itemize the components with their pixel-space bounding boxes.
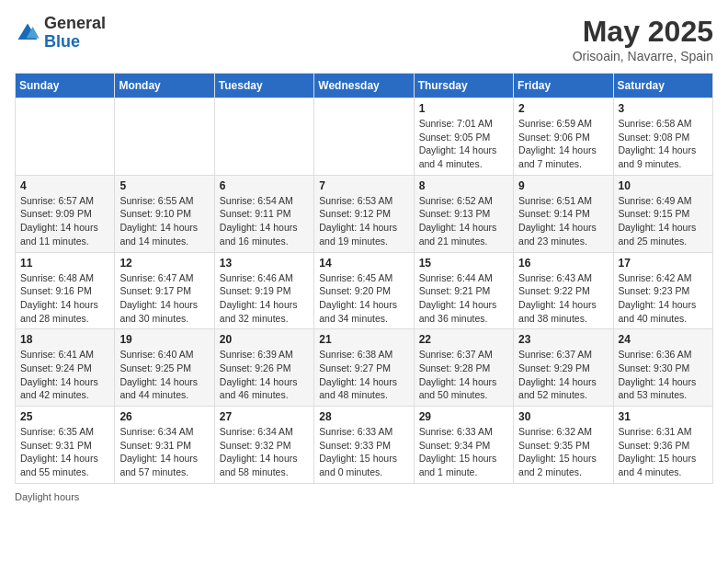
day-info: Sunrise: 6:40 AMSunset: 9:25 PMDaylight:… (119, 348, 209, 402)
day-number: 22 (419, 333, 508, 346)
day-number: 31 (619, 410, 708, 423)
day-number: 8 (419, 179, 508, 192)
month-title: May 2025 (573, 15, 713, 49)
day-header-saturday: Saturday (613, 74, 712, 98)
day-number: 20 (220, 333, 309, 346)
page-header: General Blue May 2025 Orisoain, Navarre,… (15, 15, 713, 63)
day-info: Sunrise: 6:31 AMSunset: 9:36 PMDaylight:… (619, 425, 708, 479)
day-number: 5 (119, 179, 209, 192)
calendar-cell: 6Sunrise: 6:54 AMSunset: 9:11 PMDaylight… (214, 175, 313, 252)
day-number: 16 (518, 257, 608, 270)
calendar-cell: 27Sunrise: 6:34 AMSunset: 9:32 PMDayligh… (214, 407, 313, 484)
calendar-cell: 31Sunrise: 6:31 AMSunset: 9:36 PMDayligh… (613, 407, 712, 484)
day-info: Sunrise: 6:46 AMSunset: 9:19 PMDaylight:… (220, 271, 309, 326)
day-info: Sunrise: 6:34 AMSunset: 9:31 PMDaylight:… (119, 425, 209, 479)
calendar-cell: 18Sunrise: 6:41 AMSunset: 9:24 PMDayligh… (16, 329, 115, 407)
day-info: Sunrise: 6:49 AMSunset: 9:15 PMDaylight:… (619, 194, 708, 248)
calendar-cell: 21Sunrise: 6:38 AMSunset: 9:27 PMDayligh… (314, 329, 414, 407)
calendar-cell: 7Sunrise: 6:53 AMSunset: 9:12 PMDaylight… (314, 175, 414, 252)
day-header-wednesday: Wednesday (314, 74, 414, 98)
day-info: Sunrise: 6:32 AMSunset: 9:35 PMDaylight:… (518, 425, 608, 479)
calendar-cell: 13Sunrise: 6:46 AMSunset: 9:19 PMDayligh… (214, 252, 313, 329)
day-number: 6 (220, 179, 309, 192)
week-row-0: 1Sunrise: 7:01 AMSunset: 9:05 PMDaylight… (16, 98, 713, 176)
calendar-cell: 29Sunrise: 6:33 AMSunset: 9:34 PMDayligh… (414, 407, 513, 484)
logo-icon (15, 20, 40, 46)
day-number: 10 (619, 179, 708, 192)
day-info: Sunrise: 6:51 AMSunset: 9:14 PMDaylight:… (518, 194, 608, 248)
calendar-cell (115, 98, 214, 176)
day-info: Sunrise: 6:33 AMSunset: 9:34 PMDaylight:… (419, 425, 508, 479)
day-number: 9 (518, 179, 608, 192)
calendar-cell: 3Sunrise: 6:58 AMSunset: 9:08 PMDaylight… (613, 98, 712, 176)
day-number: 15 (419, 257, 508, 270)
day-number: 30 (518, 410, 608, 423)
day-number: 7 (319, 179, 408, 192)
day-info: Sunrise: 6:44 AMSunset: 9:21 PMDaylight:… (419, 271, 508, 326)
day-info: Sunrise: 6:43 AMSunset: 9:22 PMDaylight:… (518, 271, 608, 326)
day-info: Sunrise: 6:59 AMSunset: 9:06 PMDaylight:… (518, 117, 608, 171)
day-info: Sunrise: 6:58 AMSunset: 9:08 PMDaylight:… (619, 117, 708, 171)
day-number: 12 (119, 257, 209, 270)
calendar-cell: 1Sunrise: 7:01 AMSunset: 9:05 PMDaylight… (414, 98, 513, 176)
day-info: Sunrise: 6:41 AMSunset: 9:24 PMDaylight:… (20, 348, 109, 402)
day-info: Sunrise: 6:54 AMSunset: 9:11 PMDaylight:… (220, 194, 309, 248)
calendar-cell: 19Sunrise: 6:40 AMSunset: 9:25 PMDayligh… (115, 329, 214, 407)
calendar-cell: 25Sunrise: 6:35 AMSunset: 9:31 PMDayligh… (16, 407, 115, 484)
day-number: 21 (319, 333, 408, 346)
calendar-cell: 2Sunrise: 6:59 AMSunset: 9:06 PMDaylight… (514, 98, 613, 176)
day-info: Sunrise: 6:35 AMSunset: 9:31 PMDaylight:… (20, 425, 109, 479)
logo-blue-text: Blue (44, 32, 80, 51)
calendar-cell: 30Sunrise: 6:32 AMSunset: 9:35 PMDayligh… (514, 407, 613, 484)
calendar-table: SundayMondayTuesdayWednesdayThursdayFrid… (15, 73, 713, 484)
calendar-cell: 23Sunrise: 6:37 AMSunset: 9:29 PMDayligh… (514, 329, 613, 407)
day-info: Sunrise: 6:39 AMSunset: 9:26 PMDaylight:… (220, 348, 309, 402)
logo-general-text: General (44, 14, 106, 32)
day-number: 27 (220, 410, 309, 423)
location: Orisoain, Navarre, Spain (573, 49, 713, 63)
day-number: 4 (20, 179, 109, 192)
day-number: 26 (119, 410, 209, 423)
day-header-tuesday: Tuesday (214, 74, 313, 98)
day-number: 29 (419, 410, 508, 423)
day-header-friday: Friday (514, 74, 613, 98)
day-header-row: SundayMondayTuesdayWednesdayThursdayFrid… (16, 74, 713, 98)
calendar-cell: 4Sunrise: 6:57 AMSunset: 9:09 PMDaylight… (16, 175, 115, 252)
calendar-cell: 11Sunrise: 6:48 AMSunset: 9:16 PMDayligh… (16, 252, 115, 329)
day-info: Sunrise: 6:47 AMSunset: 9:17 PMDaylight:… (119, 271, 209, 326)
calendar-cell: 22Sunrise: 6:37 AMSunset: 9:28 PMDayligh… (414, 329, 513, 407)
day-number: 1 (419, 102, 508, 115)
day-number: 24 (619, 333, 708, 346)
footer-note: Daylight hours (15, 491, 713, 502)
week-row-3: 18Sunrise: 6:41 AMSunset: 9:24 PMDayligh… (16, 329, 713, 407)
calendar-cell: 10Sunrise: 6:49 AMSunset: 9:15 PMDayligh… (613, 175, 712, 252)
day-info: Sunrise: 6:45 AMSunset: 9:20 PMDaylight:… (319, 271, 408, 326)
day-info: Sunrise: 6:37 AMSunset: 9:28 PMDaylight:… (419, 348, 508, 402)
calendar-cell (314, 98, 414, 176)
calendar-cell: 12Sunrise: 6:47 AMSunset: 9:17 PMDayligh… (115, 252, 214, 329)
day-info: Sunrise: 6:57 AMSunset: 9:09 PMDaylight:… (20, 194, 109, 248)
week-row-1: 4Sunrise: 6:57 AMSunset: 9:09 PMDaylight… (16, 175, 713, 252)
title-block: May 2025 Orisoain, Navarre, Spain (573, 15, 713, 63)
day-header-monday: Monday (115, 74, 214, 98)
day-info: Sunrise: 6:48 AMSunset: 9:16 PMDaylight:… (20, 271, 109, 326)
day-number: 25 (20, 410, 109, 423)
day-info: Sunrise: 6:33 AMSunset: 9:33 PMDaylight:… (319, 425, 408, 479)
day-number: 28 (319, 410, 408, 423)
calendar-cell: 14Sunrise: 6:45 AMSunset: 9:20 PMDayligh… (314, 252, 414, 329)
day-info: Sunrise: 6:52 AMSunset: 9:13 PMDaylight:… (419, 194, 508, 248)
day-header-thursday: Thursday (414, 74, 513, 98)
calendar-cell (214, 98, 313, 176)
calendar-cell: 17Sunrise: 6:42 AMSunset: 9:23 PMDayligh… (613, 252, 712, 329)
calendar-cell: 15Sunrise: 6:44 AMSunset: 9:21 PMDayligh… (414, 252, 513, 329)
calendar-cell: 5Sunrise: 6:55 AMSunset: 9:10 PMDaylight… (115, 175, 214, 252)
calendar-cell: 8Sunrise: 6:52 AMSunset: 9:13 PMDaylight… (414, 175, 513, 252)
logo-text: General Blue (44, 15, 106, 52)
day-number: 3 (619, 102, 708, 115)
day-number: 23 (518, 333, 608, 346)
calendar-cell: 24Sunrise: 6:36 AMSunset: 9:30 PMDayligh… (613, 329, 712, 407)
day-number: 13 (220, 257, 309, 270)
day-number: 11 (20, 257, 109, 270)
logo: General Blue (15, 15, 106, 52)
day-number: 14 (319, 257, 408, 270)
